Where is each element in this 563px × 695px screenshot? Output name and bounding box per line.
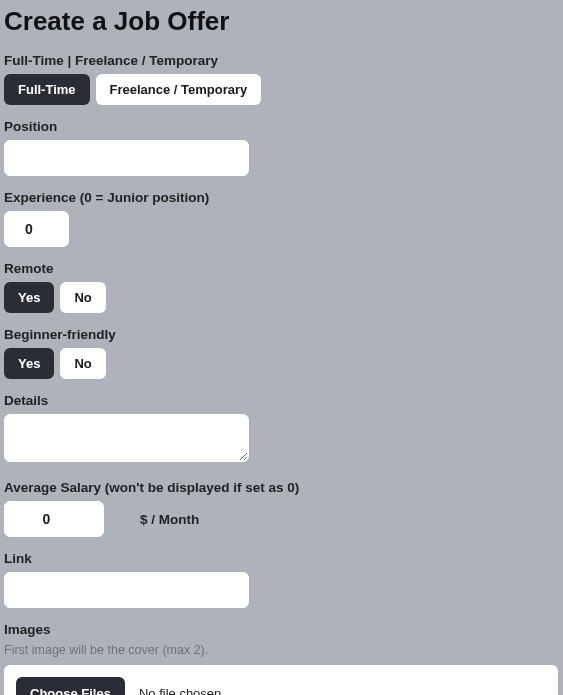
job-type-toggle: Full-Time Freelance / Temporary: [4, 74, 559, 105]
position-input[interactable]: [4, 140, 249, 176]
salary-input[interactable]: [4, 501, 104, 537]
experience-label: Experience (0 = Junior position): [4, 190, 559, 205]
job-type-label: Full-Time | Freelance / Temporary: [4, 53, 559, 68]
position-label: Position: [4, 119, 559, 134]
beginner-yes-button[interactable]: Yes: [4, 348, 54, 379]
details-field: Details: [4, 393, 559, 466]
remote-toggle: Yes No: [4, 282, 559, 313]
details-input[interactable]: [4, 414, 249, 462]
choose-files-button[interactable]: Choose Files: [16, 677, 125, 695]
images-label: Images: [4, 622, 559, 637]
salary-field: Average Salary (won't be displayed if se…: [4, 480, 559, 537]
link-input[interactable]: [4, 572, 249, 608]
images-field: Images First image will be the cover (ma…: [4, 622, 559, 695]
job-type-field: Full-Time | Freelance / Temporary Full-T…: [4, 53, 559, 105]
link-field: Link: [4, 551, 559, 608]
details-label: Details: [4, 393, 559, 408]
file-picker[interactable]: Choose Files No file chosen: [4, 665, 558, 695]
remote-yes-button[interactable]: Yes: [4, 282, 54, 313]
job-type-freelance-button[interactable]: Freelance / Temporary: [96, 74, 262, 105]
beginner-label: Beginner-friendly: [4, 327, 559, 342]
remote-label: Remote: [4, 261, 559, 276]
beginner-toggle: Yes No: [4, 348, 559, 379]
images-hint: First image will be the cover (max 2).: [4, 643, 559, 657]
remote-no-button[interactable]: No: [60, 282, 105, 313]
file-status: No file chosen: [139, 686, 221, 695]
beginner-no-button[interactable]: No: [60, 348, 105, 379]
experience-field: Experience (0 = Junior position): [4, 190, 559, 247]
salary-unit: $ / Month: [140, 512, 199, 527]
job-type-fulltime-button[interactable]: Full-Time: [4, 74, 90, 105]
remote-field: Remote Yes No: [4, 261, 559, 313]
position-field: Position: [4, 119, 559, 176]
beginner-field: Beginner-friendly Yes No: [4, 327, 559, 379]
salary-label: Average Salary (won't be displayed if se…: [4, 480, 559, 495]
page-title: Create a Job Offer: [4, 6, 559, 37]
experience-input[interactable]: [4, 211, 69, 247]
link-label: Link: [4, 551, 559, 566]
